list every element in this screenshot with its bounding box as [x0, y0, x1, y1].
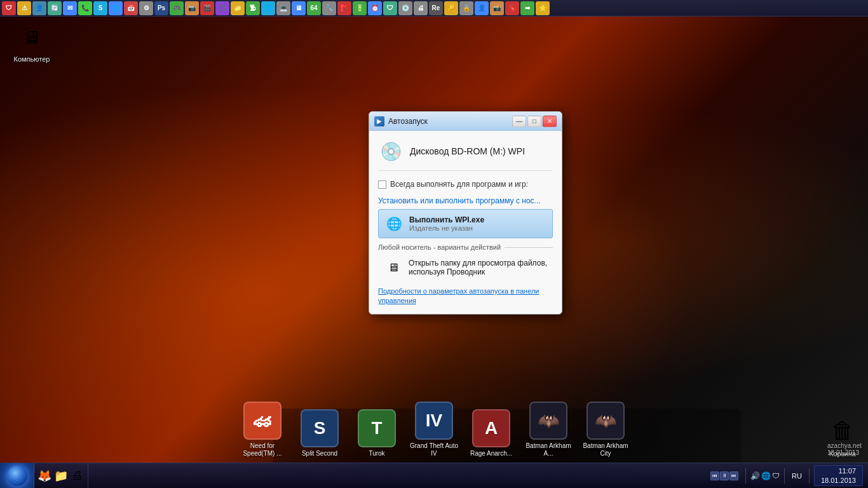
windows-orb — [7, 466, 27, 486]
drive-icon: 💿 — [378, 139, 403, 164]
always-checkbox[interactable] — [378, 180, 386, 189]
warning-icon[interactable]: ⚠ — [17, 1, 31, 15]
folder-icon: 🖥 — [383, 257, 403, 278]
game-icon1[interactable]: 🎮 — [170, 1, 184, 15]
zip-icon[interactable]: 🗜 — [246, 1, 260, 15]
64-icon[interactable]: 64 — [307, 1, 321, 15]
desktop-icon-computer[interactable]: 🖥 Компьютер — [6, 19, 57, 66]
monitor-icon[interactable]: 🖥 — [292, 1, 306, 15]
settings-icon[interactable]: ⚙ — [139, 1, 153, 15]
net-icon[interactable]: 🌐 — [261, 1, 275, 15]
watermark-url: azachya.net — [827, 442, 862, 449]
maximize-button[interactable]: □ — [527, 116, 541, 127]
media-controls: ⏮ ⏸ ⏭ — [708, 471, 741, 480]
top-icon-bar: 🛡⚠👤🔄✉📞S🌐📅⚙Ps🎮📷🎬🎵📁🗜🌐💻🖥64🔧🚩🔋⏰🛡💿🖨Re🔑🔒👤📸🔖➡⭐ — [0, 0, 868, 17]
close-button[interactable]: ✕ — [543, 116, 557, 127]
tray-separator-1 — [745, 468, 746, 484]
tray-separator-3 — [809, 468, 810, 484]
any-media-divider: Любой носитель - варианты действий — [378, 243, 553, 251]
dock-item-rage[interactable]: ARage Anarch... — [466, 409, 517, 458]
dock-item-nfs[interactable]: 🏎Need for Speed(TM) ... — [237, 402, 288, 458]
mail-icon[interactable]: ✉ — [63, 1, 77, 15]
any-media-section-text: Любой носитель - варианты действий — [378, 243, 501, 251]
tray-language[interactable]: RU — [789, 472, 804, 480]
dialog-titlebar: ▶ Автозапуск — □ ✕ — [369, 112, 562, 131]
media-pause-button[interactable]: ⏸ — [720, 471, 729, 480]
current-date: 18.01.2013 — [821, 476, 856, 485]
tool-icon[interactable]: 🔧 — [322, 1, 336, 15]
battery-icon[interactable]: 🔋 — [353, 1, 367, 15]
clock-icon2[interactable]: ⏰ — [368, 1, 382, 15]
batman2-label: Batman Arkham City — [580, 442, 631, 458]
file-icon[interactable]: 📁 — [231, 1, 245, 15]
splitsecond-icon: S — [301, 409, 339, 447]
minimize-button[interactable]: — — [512, 116, 526, 127]
nfs-label: Need for Speed(TM) ... — [237, 442, 288, 458]
dialog-title-area: ▶ Автозапуск — [374, 116, 428, 126]
always-label: Всегда выполнять для программ и игр: — [390, 180, 528, 189]
computer-icon: 🖥 — [17, 22, 47, 52]
printer-icon[interactable]: 🖨 — [414, 1, 428, 15]
folder-action-item[interactable]: 🖥 Открыть папку для просмотра файлов, ис… — [378, 255, 553, 280]
tray-time-row: 🔊 🌐 🛡 — [750, 471, 780, 480]
turok-icon: T — [358, 409, 396, 447]
skype-icon[interactable]: S — [93, 1, 107, 15]
flag-icon[interactable]: 🚩 — [337, 1, 351, 15]
browser-icon[interactable]: 🌐 — [109, 1, 123, 15]
dock-item-gta[interactable]: IVGrand Theft Auto IV — [409, 402, 459, 458]
media-prev-button[interactable]: ⏮ — [710, 471, 719, 480]
phone-icon[interactable]: 📞 — [78, 1, 92, 15]
dialog-title-icon: ▶ — [374, 116, 384, 126]
bookmark-icon[interactable]: 🔖 — [505, 1, 519, 15]
computer-label: Компьютер — [14, 55, 50, 64]
start-button[interactable] — [0, 463, 34, 489]
update-icon[interactable]: 🔄 — [48, 1, 62, 15]
star-icon[interactable]: ⭐ — [536, 1, 550, 15]
volume-icon[interactable]: 🔊 — [750, 471, 760, 480]
watermark: azachya.net 18.01.2013 — [827, 442, 862, 456]
gta-icon: IV — [415, 402, 453, 440]
autorun-settings-link[interactable]: Подробности о параметрах автозапуска в п… — [378, 287, 553, 306]
arrow-icon[interactable]: ➡ — [520, 1, 534, 15]
res-icon[interactable]: Re — [429, 1, 443, 15]
dock-item-splitsecond[interactable]: SSplit Second — [294, 409, 345, 458]
time-box[interactable]: 11:07 18.01.2013 — [814, 465, 863, 486]
shield2-icon[interactable]: 🛡 — [383, 1, 397, 15]
dock-item-batman1[interactable]: 🦇Batman Arkham A... — [523, 402, 574, 458]
media-next-button[interactable]: ⏭ — [729, 471, 738, 480]
ps-icon[interactable]: Ps — [154, 1, 168, 15]
camera-icon[interactable]: 📸 — [490, 1, 504, 15]
printer-ql-icon[interactable]: 🖨 — [70, 468, 85, 484]
avatar-icon[interactable]: 👤 — [475, 1, 489, 15]
disk-icon[interactable]: 💿 — [398, 1, 412, 15]
watermark-date: 18.01.2013 — [827, 449, 862, 456]
batman1-label: Batman Arkham A... — [523, 442, 574, 458]
network-icon[interactable]: 🌐 — [761, 471, 771, 480]
video-icon[interactable]: 🎬 — [200, 1, 214, 15]
splitsecond-label: Split Second — [302, 450, 337, 458]
photo-icon[interactable]: 📷 — [185, 1, 199, 15]
nfs-icon: 🏎 — [243, 402, 281, 440]
tray-time-section: 🔊 🌐 🛡 — [750, 471, 780, 480]
always-checkbox-row[interactable]: Всегда выполнять для программ и игр: — [378, 180, 553, 189]
tray-separator-2 — [784, 468, 785, 484]
folder-action-name: Открыть папку для просмотра файлов, — [409, 259, 547, 268]
dialog-title-text: Автозапуск — [388, 117, 428, 126]
rage-label: Rage Anarch... — [470, 450, 512, 458]
lock-icon[interactable]: 🔒 — [459, 1, 473, 15]
install-action-text: Выполнить WPI.exe Издатель не указан — [409, 215, 484, 232]
drive-title: Дисковод BD-ROM (M:) WPI — [410, 146, 525, 156]
dock-item-turok[interactable]: TTurok — [351, 409, 402, 458]
firefox-ql-icon[interactable]: 🦊 — [37, 468, 52, 484]
install-action-item[interactable]: 🌐 Выполнить WPI.exe Издатель не указан — [378, 209, 553, 238]
install-section-header[interactable]: Установить или выполнить программу с нос… — [378, 196, 553, 205]
dock-item-batman2[interactable]: 🦇Batman Arkham City — [580, 402, 631, 458]
calendar-icon[interactable]: 📅 — [124, 1, 138, 15]
cpu-icon[interactable]: 💻 — [276, 1, 290, 15]
explorer-ql-icon[interactable]: 📁 — [53, 468, 69, 484]
music-icon[interactable]: 🎵 — [215, 1, 229, 15]
user-icon[interactable]: 👤 — [32, 1, 46, 15]
antivirus-icon[interactable]: 🛡 — [2, 1, 16, 15]
key-icon[interactable]: 🔑 — [444, 1, 458, 15]
folder-action-text: Открыть папку для просмотра файлов, испо… — [409, 259, 547, 276]
